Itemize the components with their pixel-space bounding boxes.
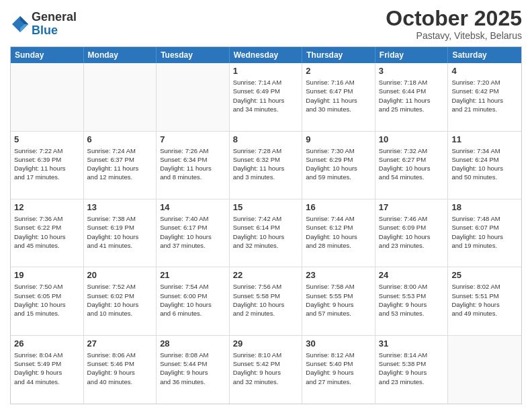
day-number-5: 5 (14, 134, 80, 144)
logo: General Blue (10, 11, 77, 38)
day-number-31: 31 (379, 338, 445, 349)
day-number-16: 16 (306, 202, 371, 212)
cal-cell-1-6: 11Sunrise: 7:34 AM Sunset: 6:24 PM Dayli… (448, 132, 521, 199)
cal-cell-4-3: 29Sunrise: 8:10 AM Sunset: 5:42 PM Dayli… (230, 336, 303, 404)
cal-cell-1-4: 9Sunrise: 7:30 AM Sunset: 6:29 PM Daylig… (302, 132, 375, 199)
cal-cell-1-2: 7Sunrise: 7:26 AM Sunset: 6:34 PM Daylig… (157, 132, 230, 199)
header-friday: Friday (375, 47, 449, 63)
cal-cell-3-6: 25Sunrise: 8:02 AM Sunset: 5:51 PM Dayli… (448, 267, 521, 334)
day-number-26: 26 (14, 338, 80, 349)
logo-icon (10, 14, 30, 34)
week-row-4: 19Sunrise: 7:50 AM Sunset: 6:05 PM Dayli… (11, 267, 521, 335)
day-number-25: 25 (451, 270, 518, 280)
day-info-14: Sunrise: 7:40 AM Sunset: 6:17 PM Dayligh… (160, 214, 226, 250)
day-info-17: Sunrise: 7:46 AM Sunset: 6:09 PM Dayligh… (379, 214, 445, 250)
day-number-30: 30 (306, 338, 371, 349)
day-info-22: Sunrise: 7:56 AM Sunset: 5:58 PM Dayligh… (233, 282, 299, 318)
day-info-10: Sunrise: 7:32 AM Sunset: 6:27 PM Dayligh… (379, 146, 445, 182)
cal-cell-0-3: 1Sunrise: 7:14 AM Sunset: 6:49 PM Daylig… (230, 63, 303, 130)
day-info-2: Sunrise: 7:16 AM Sunset: 6:47 PM Dayligh… (306, 78, 371, 113)
day-number-7: 7 (160, 134, 226, 144)
cal-cell-1-1: 6Sunrise: 7:24 AM Sunset: 6:37 PM Daylig… (84, 132, 157, 199)
day-number-24: 24 (379, 270, 445, 280)
month-title: October 2025 (386, 7, 522, 30)
day-info-28: Sunrise: 8:08 AM Sunset: 5:44 PM Dayligh… (160, 351, 226, 386)
day-number-15: 15 (233, 202, 299, 212)
day-number-18: 18 (451, 202, 518, 212)
day-info-3: Sunrise: 7:18 AM Sunset: 6:44 PM Dayligh… (379, 78, 445, 113)
cal-cell-1-3: 8Sunrise: 7:28 AM Sunset: 6:32 PM Daylig… (230, 132, 303, 199)
day-number-29: 29 (233, 338, 299, 349)
day-number-17: 17 (379, 202, 445, 212)
header-tuesday: Tuesday (157, 47, 230, 63)
week-row-5: 26Sunrise: 8:04 AM Sunset: 5:49 PM Dayli… (11, 336, 521, 404)
day-info-19: Sunrise: 7:50 AM Sunset: 6:05 PM Dayligh… (14, 282, 80, 318)
cal-cell-3-1: 20Sunrise: 7:52 AM Sunset: 6:02 PM Dayli… (84, 267, 157, 334)
cal-cell-2-0: 12Sunrise: 7:36 AM Sunset: 6:22 PM Dayli… (11, 199, 84, 267)
cal-cell-0-6: 4Sunrise: 7:20 AM Sunset: 6:42 PM Daylig… (448, 63, 521, 130)
header-sunday: Sunday (11, 47, 84, 63)
cal-cell-2-5: 17Sunrise: 7:46 AM Sunset: 6:09 PM Dayli… (375, 199, 449, 267)
cal-cell-3-2: 21Sunrise: 7:54 AM Sunset: 6:00 PM Dayli… (157, 267, 230, 334)
day-info-26: Sunrise: 8:04 AM Sunset: 5:49 PM Dayligh… (14, 351, 80, 386)
title-section: October 2025 Pastavy, Vitebsk, Belarus (386, 7, 522, 41)
day-info-27: Sunrise: 8:06 AM Sunset: 5:46 PM Dayligh… (87, 351, 153, 386)
cal-cell-4-5: 31Sunrise: 8:14 AM Sunset: 5:38 PM Dayli… (375, 336, 449, 404)
location: Pastavy, Vitebsk, Belarus (386, 30, 522, 41)
day-info-31: Sunrise: 8:14 AM Sunset: 5:38 PM Dayligh… (379, 351, 445, 386)
day-info-18: Sunrise: 7:48 AM Sunset: 6:07 PM Dayligh… (451, 214, 518, 250)
day-number-20: 20 (87, 270, 153, 280)
day-info-13: Sunrise: 7:38 AM Sunset: 6:19 PM Dayligh… (87, 214, 153, 250)
day-number-13: 13 (87, 202, 153, 212)
day-number-1: 1 (233, 66, 299, 76)
header-wednesday: Wednesday (230, 47, 303, 63)
cal-cell-2-1: 13Sunrise: 7:38 AM Sunset: 6:19 PM Dayli… (84, 199, 157, 267)
cal-cell-4-2: 28Sunrise: 8:08 AM Sunset: 5:44 PM Dayli… (157, 336, 230, 404)
day-info-1: Sunrise: 7:14 AM Sunset: 6:49 PM Dayligh… (233, 78, 299, 113)
day-number-4: 4 (451, 66, 518, 76)
week-row-1: 1Sunrise: 7:14 AM Sunset: 6:49 PM Daylig… (11, 63, 521, 131)
logo-text: General Blue (32, 11, 77, 38)
day-number-14: 14 (160, 202, 226, 212)
day-info-21: Sunrise: 7:54 AM Sunset: 6:00 PM Dayligh… (160, 282, 226, 318)
cal-cell-4-1: 27Sunrise: 8:06 AM Sunset: 5:46 PM Dayli… (84, 336, 157, 404)
day-info-25: Sunrise: 8:02 AM Sunset: 5:51 PM Dayligh… (451, 282, 518, 318)
header-monday: Monday (84, 47, 157, 63)
day-number-23: 23 (306, 270, 371, 280)
cal-cell-4-4: 30Sunrise: 8:12 AM Sunset: 5:40 PM Dayli… (302, 336, 375, 404)
header-thursday: Thursday (302, 47, 375, 63)
page: General Blue October 2025 Pastavy, Viteb… (0, 0, 532, 411)
cal-cell-2-2: 14Sunrise: 7:40 AM Sunset: 6:17 PM Dayli… (157, 199, 230, 267)
day-info-15: Sunrise: 7:42 AM Sunset: 6:14 PM Dayligh… (233, 214, 299, 250)
day-info-4: Sunrise: 7:20 AM Sunset: 6:42 PM Dayligh… (451, 78, 518, 113)
day-number-8: 8 (233, 134, 299, 144)
header-saturday: Saturday (448, 47, 521, 63)
cal-cell-2-6: 18Sunrise: 7:48 AM Sunset: 6:07 PM Dayli… (448, 199, 521, 267)
cal-cell-1-0: 5Sunrise: 7:22 AM Sunset: 6:39 PM Daylig… (11, 132, 84, 199)
week-row-2: 5Sunrise: 7:22 AM Sunset: 6:39 PM Daylig… (11, 132, 521, 199)
day-number-10: 10 (379, 134, 445, 144)
cal-cell-2-4: 16Sunrise: 7:44 AM Sunset: 6:12 PM Dayli… (302, 199, 375, 267)
cal-cell-3-3: 22Sunrise: 7:56 AM Sunset: 5:58 PM Dayli… (230, 267, 303, 334)
day-info-30: Sunrise: 8:12 AM Sunset: 5:40 PM Dayligh… (306, 351, 371, 386)
cal-cell-4-6 (448, 336, 521, 404)
cal-cell-0-4: 2Sunrise: 7:16 AM Sunset: 6:47 PM Daylig… (302, 63, 375, 130)
day-number-28: 28 (160, 338, 226, 349)
day-number-19: 19 (14, 270, 80, 280)
calendar-header: Sunday Monday Tuesday Wednesday Thursday… (11, 47, 521, 63)
day-info-6: Sunrise: 7:24 AM Sunset: 6:37 PM Dayligh… (87, 146, 153, 182)
logo-general-text: General (32, 11, 77, 24)
day-number-9: 9 (306, 134, 371, 144)
day-info-7: Sunrise: 7:26 AM Sunset: 6:34 PM Dayligh… (160, 146, 226, 182)
day-info-12: Sunrise: 7:36 AM Sunset: 6:22 PM Dayligh… (14, 214, 80, 250)
header: General Blue October 2025 Pastavy, Viteb… (10, 7, 522, 41)
day-info-20: Sunrise: 7:52 AM Sunset: 6:02 PM Dayligh… (87, 282, 153, 318)
day-number-21: 21 (160, 270, 226, 280)
day-info-23: Sunrise: 7:58 AM Sunset: 5:55 PM Dayligh… (306, 282, 371, 318)
cal-cell-1-5: 10Sunrise: 7:32 AM Sunset: 6:27 PM Dayli… (375, 132, 449, 199)
cal-cell-0-0 (11, 63, 84, 130)
day-number-2: 2 (306, 66, 371, 76)
calendar-body: 1Sunrise: 7:14 AM Sunset: 6:49 PM Daylig… (11, 63, 521, 404)
logo-blue-text: Blue (32, 24, 77, 38)
day-info-16: Sunrise: 7:44 AM Sunset: 6:12 PM Dayligh… (306, 214, 371, 250)
